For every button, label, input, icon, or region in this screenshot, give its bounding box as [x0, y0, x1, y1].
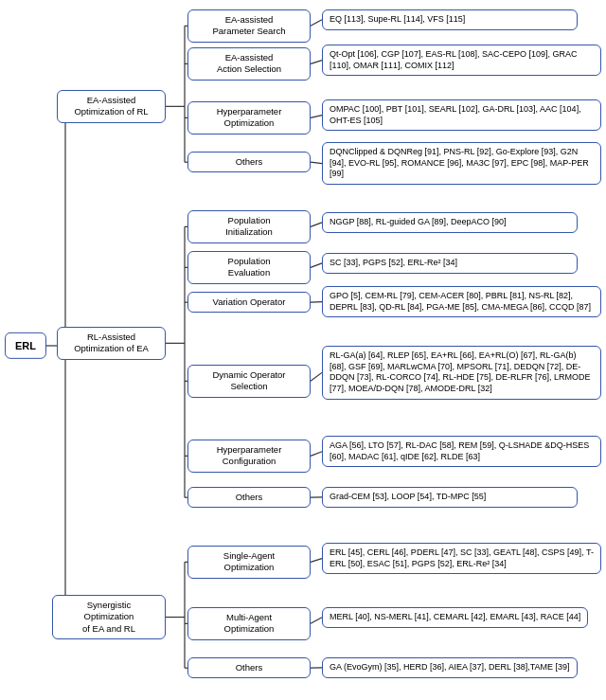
syn-multi-text: MERL [40], NS-MERL [41], CEMARL [42], EM… — [330, 612, 580, 621]
syn-multi-label: Multi-AgentOptimization — [224, 612, 275, 634]
ea-assisted-label: EA-AssistedOptimization of RL — [74, 95, 148, 117]
ea-param-label: EA-assistedParameter Search — [212, 14, 285, 36]
rl-dynamic-node: Dynamic OperatorSelection — [187, 365, 311, 398]
rl-variation-node: Variation Operator — [187, 292, 311, 313]
rl-assisted-label: RL-AssistedOptimization of EA — [74, 332, 149, 353]
rl-variation-label: Variation Operator — [213, 296, 286, 307]
svg-line-35 — [311, 618, 322, 624]
ea-others-desc: DQNClipped & DQNReg [91], PNS-RL [92], G… — [322, 142, 601, 185]
rl-variation-desc: GPO [5], CEM-RL [79], CEM-ACER [80], PBR… — [322, 286, 601, 317]
ea-param-desc: EQ [113], Supe-RL [114], VFS [115] — [322, 9, 578, 30]
rl-popeval-desc: SC [33], PGPS [52], ERL-Re² [34] — [322, 253, 578, 274]
rl-popeval-label: PopulationEvaluation — [228, 256, 271, 278]
syn-single-desc: ERL [45], CERL [46], PDERL [47], SC [33]… — [322, 543, 601, 574]
ea-hyper-label: HyperparameterOptimization — [217, 106, 282, 128]
ea-action-label: EA-assistedAction Selection — [217, 52, 281, 74]
rl-hyperconf-node: HyperparameterConfiguration — [187, 440, 311, 473]
ea-hyper-desc: OMPAC [100], PBT [101], SEARL [102], GA-… — [322, 99, 601, 131]
rl-dynamic-desc: RL-GA(a) [64], RLEP [65], EA+RL [66], EA… — [322, 346, 601, 400]
rl-hyperconf-label: HyperparameterConfiguration — [217, 444, 282, 466]
syn-others-text: GA (EvoGym) [35], HERD [36], AIEA [37], … — [330, 662, 570, 672]
svg-line-25 — [311, 61, 322, 64]
ea-others-node: Others — [187, 152, 311, 172]
rl-popinit-text: NGGP [88], RL-guided GA [89], DeepACO [9… — [330, 217, 506, 226]
svg-line-32 — [311, 452, 322, 457]
ea-assisted-node: EA-AssistedOptimization of RL — [57, 90, 166, 123]
rl-assisted-node: RL-AssistedOptimization of EA — [57, 327, 166, 360]
ea-param-text: EQ [113], Supe-RL [114], VFS [115] — [330, 14, 465, 24]
syn-single-label: Single-AgentOptimization — [223, 550, 275, 572]
root-label: ERL — [15, 340, 36, 351]
rl-others-text: Grad-CEM [53], LOOP [54], TD-MPC [55] — [330, 492, 486, 501]
syn-label: SynergisticOptimizationof EA and RL — [82, 600, 135, 634]
syn-others-label: Others — [236, 662, 263, 673]
rl-others-label: Others — [236, 492, 263, 502]
rl-others-desc: Grad-CEM [53], LOOP [54], TD-MPC [55] — [322, 487, 578, 508]
svg-line-24 — [311, 20, 322, 27]
ea-action-desc: Qt-Opt [106], CGP [107], EAS-RL [108], S… — [322, 45, 601, 76]
rl-dynamic-label: Dynamic OperatorSelection — [212, 369, 285, 391]
ea-others-label: Others — [236, 156, 263, 167]
svg-line-31 — [311, 372, 322, 381]
rl-popeval-node: PopulationEvaluation — [187, 251, 311, 284]
svg-line-26 — [311, 116, 322, 118]
syn-multi-node: Multi-AgentOptimization — [187, 607, 311, 640]
rl-popeval-text: SC [33], PGPS [52], ERL-Re² [34] — [330, 258, 457, 267]
syn-multi-desc: MERL [40], NS-MERL [41], CEMARL [42], EM… — [322, 607, 588, 628]
rl-popinit-node: PopulationInitialization — [187, 210, 311, 243]
svg-line-27 — [311, 162, 322, 163]
synergistic-node: SynergisticOptimizationof EA and RL — [52, 595, 166, 639]
ea-action-node: EA-assistedAction Selection — [187, 47, 311, 81]
ea-hyper-text: OMPAC [100], PBT [101], SEARL [102], GA-… — [330, 104, 581, 125]
syn-single-node: Single-AgentOptimization — [187, 546, 311, 579]
syn-others-node: Others — [187, 657, 311, 678]
ea-action-text: Qt-Opt [106], CGP [107], EAS-RL [108], S… — [330, 49, 578, 70]
ea-hyper-node: HyperparameterOptimization — [187, 101, 311, 135]
syn-others-desc: GA (EvoGym) [35], HERD [36], AIEA [37], … — [322, 657, 578, 678]
rl-variation-text: GPO [5], CEM-RL [79], CEM-ACER [80], PBR… — [330, 291, 591, 312]
rl-dynamic-text: RL-GA(a) [64], RLEP [65], EA+RL [66], EA… — [330, 350, 591, 393]
diagram-container: ERL EA-AssistedOptimization of RL RL-Ass… — [0, 0, 606, 700]
svg-line-34 — [311, 559, 322, 563]
rl-popinit-desc: NGGP [88], RL-guided GA [89], DeepACO [9… — [322, 212, 578, 233]
svg-line-28 — [311, 223, 322, 227]
rl-hyperconf-desc: AGA [56], LTO [57], RL-DAC [58], REM [59… — [322, 436, 601, 467]
ea-others-text: DQNClipped & DQNReg [91], PNS-RL [92], G… — [330, 147, 589, 178]
root-node: ERL — [5, 332, 46, 359]
rl-others-node: Others — [187, 487, 311, 508]
rl-popinit-label: PopulationInitialization — [225, 215, 273, 237]
syn-single-text: ERL [45], CERL [46], PDERL [47], SC [33]… — [330, 547, 594, 568]
svg-line-29 — [311, 263, 322, 268]
rl-hyperconf-text: AGA [56], LTO [57], RL-DAC [58], REM [59… — [330, 440, 589, 461]
ea-param-node: EA-assistedParameter Search — [187, 9, 311, 43]
